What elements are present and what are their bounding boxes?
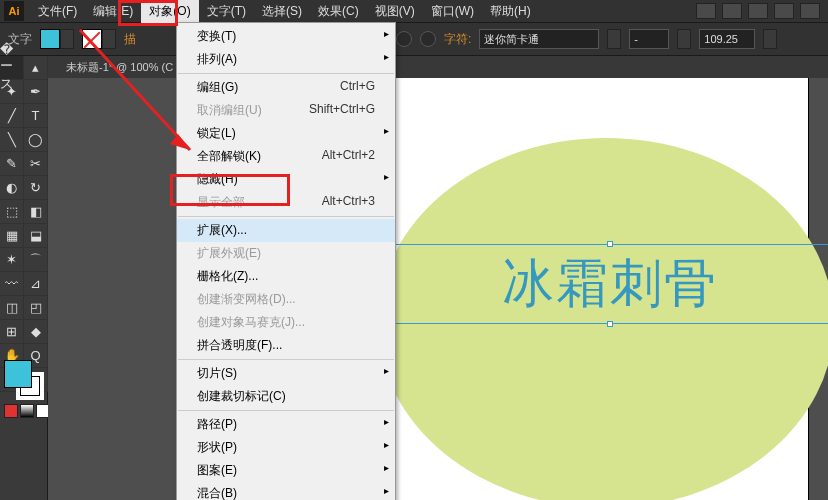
menu-item: 创建对象马赛克(J)... xyxy=(177,311,395,334)
menu-item[interactable]: 创建裁切标记(C) xyxy=(177,385,395,408)
tool-button[interactable]: �ース xyxy=(0,56,24,80)
menu-item-label: 拼合透明度(F)... xyxy=(197,337,282,354)
menu-item-label: 编组(G) xyxy=(197,79,238,96)
tool-button[interactable]: ◯ xyxy=(24,128,48,152)
menu-item[interactable]: 切片(S) xyxy=(177,362,395,385)
gradient-mode-icon[interactable] xyxy=(20,404,34,418)
menu-item[interactable]: 形状(P) xyxy=(177,436,395,459)
menu-shortcut: Alt+Ctrl+3 xyxy=(322,194,375,211)
tool-button[interactable]: ⬓ xyxy=(24,224,48,248)
control-group: 描 xyxy=(124,31,136,48)
menubar-icon-5[interactable] xyxy=(800,3,820,19)
tool-button[interactable]: ⌒ xyxy=(24,248,48,272)
menu-item-label: 全部解锁(K) xyxy=(197,148,261,165)
menu-item[interactable]: 栅格化(Z)... xyxy=(177,265,395,288)
menu-item[interactable]: 锁定(L) xyxy=(177,122,395,145)
tool-button[interactable]: ✒ xyxy=(24,80,48,104)
menu-item[interactable]: 效果(C) xyxy=(310,0,367,23)
menu-item[interactable]: 全部解锁(K)Alt+Ctrl+2 xyxy=(177,145,395,168)
tool-button[interactable]: ⊞ xyxy=(0,320,24,344)
tool-button[interactable]: ╲ xyxy=(0,128,24,152)
tool-button[interactable]: ▦ xyxy=(0,224,24,248)
tool-button[interactable]: T xyxy=(24,104,48,128)
fill-dropdown[interactable] xyxy=(40,29,74,49)
fill-stroke-control[interactable] xyxy=(4,360,44,400)
menu-shortcut: Ctrl+G xyxy=(340,79,375,96)
menu-item-label: 创建裁切标记(C) xyxy=(197,388,286,405)
chevron-down-icon[interactable] xyxy=(677,29,691,49)
menu-item[interactable]: 文字(T) xyxy=(199,0,254,23)
document-tabs: 未标题-1* @ 100% (C xyxy=(0,56,828,78)
menu-item[interactable]: 选择(S) xyxy=(254,0,310,23)
tool-button[interactable]: ⬚ xyxy=(0,200,24,224)
menu-item[interactable]: 拼合透明度(F)... xyxy=(177,334,395,357)
text-object[interactable]: 冰霜刺骨 xyxy=(376,244,828,324)
menu-item[interactable]: 路径(P) xyxy=(177,413,395,436)
menu-item-label: 图案(E) xyxy=(197,462,237,479)
tool-button[interactable]: ✦ xyxy=(0,80,24,104)
menu-item-label: 变换(T) xyxy=(197,28,236,45)
menu-shortcut: Shift+Ctrl+G xyxy=(309,102,375,119)
menu-item[interactable]: 编辑(E) xyxy=(85,0,141,23)
font-style-field[interactable]: - xyxy=(629,29,669,49)
menu-item-label: 扩展(X)... xyxy=(197,222,247,239)
tool-button[interactable]: ✶ xyxy=(0,248,24,272)
menu-item[interactable]: 变换(T) xyxy=(177,25,395,48)
color-mode-icon[interactable] xyxy=(4,404,18,418)
chevron-down-icon[interactable] xyxy=(607,29,621,49)
font-family-field[interactable]: 迷你简卡通 xyxy=(479,29,599,49)
tool-button[interactable]: ⊿ xyxy=(24,272,48,296)
text-content: 冰霜刺骨 xyxy=(502,249,718,319)
tool-button[interactable]: ◐ xyxy=(0,176,24,200)
menu-item: 创建渐变网格(D)... xyxy=(177,288,395,311)
stroke-dropdown[interactable] xyxy=(82,29,116,49)
menu-item[interactable]: 隐藏(H) xyxy=(177,168,395,191)
tool-button[interactable]: ↻ xyxy=(24,176,48,200)
tool-button[interactable]: 〰 xyxy=(0,272,24,296)
menubar-icon-3[interactable] xyxy=(748,3,768,19)
font-label: 字符: xyxy=(444,31,471,48)
tool-button[interactable]: ◰ xyxy=(24,296,48,320)
tool-button[interactable]: ◫ xyxy=(0,296,24,320)
tool-button[interactable]: ✎ xyxy=(0,152,24,176)
menu-item: 扩展外观(E) xyxy=(177,242,395,265)
fill-box xyxy=(4,360,32,388)
menu-item-label: 隐藏(H) xyxy=(197,171,238,188)
menu-item[interactable]: 排列(A) xyxy=(177,48,395,71)
chevron-down-icon xyxy=(60,29,74,49)
tool-button[interactable]: ✂ xyxy=(24,152,48,176)
menu-shortcut: Alt+Ctrl+2 xyxy=(322,148,375,165)
menu-item-label: 形状(P) xyxy=(197,439,237,456)
menubar-icon-2[interactable] xyxy=(722,3,742,19)
tool-button[interactable]: ◆ xyxy=(24,320,48,344)
document-tab[interactable]: 未标题-1* @ 100% (C xyxy=(60,57,179,78)
menu-item[interactable]: 混合(B) xyxy=(177,482,395,500)
tool-button[interactable]: ╱ xyxy=(0,104,24,128)
selection-handle[interactable] xyxy=(607,241,613,247)
menu-item-label: 切片(S) xyxy=(197,365,237,382)
menu-item[interactable]: 窗口(W) xyxy=(423,0,482,23)
menu-item[interactable]: 对象(O) xyxy=(141,0,198,23)
menu-item[interactable]: 视图(V) xyxy=(367,0,423,23)
tool-button[interactable]: ▴ xyxy=(24,56,48,80)
menu-item[interactable]: 编组(G)Ctrl+G xyxy=(177,76,395,99)
control-bar: 文字 描 100% 字符: 迷你简卡通 - 109.25 xyxy=(0,22,828,56)
menu-separator xyxy=(178,73,394,74)
chevron-down-icon[interactable] xyxy=(763,29,777,49)
selection-handle[interactable] xyxy=(607,321,613,327)
menu-item-label: 混合(B) xyxy=(197,485,237,500)
menu-item[interactable]: 文件(F) xyxy=(30,0,85,23)
menu-item[interactable]: 图案(E) xyxy=(177,459,395,482)
canvas-area[interactable]: 冰霜刺骨 xyxy=(48,78,828,500)
menubar-icon-4[interactable] xyxy=(774,3,794,19)
menu-item-label: 取消编组(U) xyxy=(197,102,262,119)
menu-item[interactable]: 帮助(H) xyxy=(482,0,539,23)
circle-icon[interactable] xyxy=(420,31,436,47)
circle-icon[interactable] xyxy=(396,31,412,47)
menu-item[interactable]: 扩展(X)... xyxy=(177,219,395,242)
menu-item: 显示全部Alt+Ctrl+3 xyxy=(177,191,395,214)
tool-button[interactable]: ◧ xyxy=(24,200,48,224)
object-menu-dropdown: 变换(T)排列(A)编组(G)Ctrl+G取消编组(U)Shift+Ctrl+G… xyxy=(176,22,396,500)
font-size-field[interactable]: 109.25 xyxy=(699,29,755,49)
menubar-icon-1[interactable] xyxy=(696,3,716,19)
